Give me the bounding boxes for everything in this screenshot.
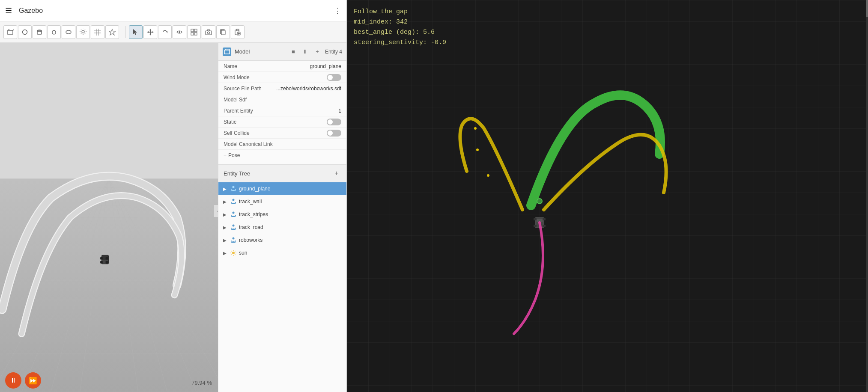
svg-rect-108 [347, 0, 868, 392]
entity-item-roboworks[interactable]: ▶ roboworks [218, 234, 346, 246]
zoom-indicator: 79.94 % [191, 380, 212, 386]
entity-item-track-road[interactable]: ▶ track_road [218, 221, 346, 234]
wind-mode-toggle[interactable] [327, 74, 341, 81]
svg-point-8 [82, 30, 84, 33]
svg-marker-28 [152, 31, 154, 33]
prop-label-canonical-link: Model Canonical Link [224, 141, 341, 147]
toolbar-select-btn[interactable] [129, 25, 143, 39]
collapse-panel-button[interactable]: ‹ [214, 205, 218, 217]
terminal-line-display-2: mid_index: 342 [354, 17, 446, 27]
prop-label-self-collide: Self Collide [224, 130, 327, 136]
gazebo-panel: ☰ Gazebo ⋮ [0, 0, 347, 392]
entity-chevron-ground-plane: ▶ [222, 186, 228, 192]
svg-marker-21 [109, 29, 116, 35]
entity-tree-label: Entity Tree [224, 170, 250, 177]
scrollbar[interactable] [866, 0, 868, 392]
toolbar-copy-btn[interactable] [216, 25, 230, 39]
toolbar-sphere-btn[interactable] [18, 25, 32, 39]
terminal-line-display-4: steering_sentivity: -0.9 [354, 38, 446, 48]
toolbar-light-btn[interactable] [76, 25, 90, 39]
entity-name-track-stripes: track_stripes [239, 211, 268, 217]
hamburger-menu-icon[interactable]: ☰ [5, 6, 12, 15]
model-icon [223, 48, 231, 56]
viz-background [347, 0, 868, 392]
entity-name-track-road: track_road [239, 224, 263, 230]
entity-item-track-stripes[interactable]: ▶ track_stripes [218, 208, 346, 221]
entity-name-roboworks: roboworks [239, 237, 262, 243]
prop-row-name: Name ground_plane [218, 61, 346, 72]
svg-point-118 [537, 199, 542, 204]
shape-tools-group [3, 25, 119, 39]
toolbar [0, 21, 346, 43]
terminal-overlay: Follow_the_gap mid_index: 342 best_angle… [354, 7, 446, 48]
menu-icon[interactable]: ⋮ [334, 6, 341, 15]
static-toggle[interactable] [327, 119, 341, 125]
prop-label-static: Static [224, 119, 327, 125]
playback-controls: ⏸ ⏩ [5, 372, 41, 389]
svg-point-83 [233, 212, 235, 214]
prop-label-wind-mode: Wind Mode [224, 74, 327, 80]
svg-rect-34 [194, 33, 197, 35]
svg-rect-37 [221, 30, 225, 35]
pause-button[interactable]: ⏸ [5, 372, 21, 389]
properties-table: Name ground_plane Wind Mode Source File … [218, 61, 346, 161]
prop-row-self-collide: Self Collide [218, 128, 346, 139]
action-tools-group [129, 25, 245, 39]
entity-chevron-roboworks: ▶ [222, 237, 228, 243]
toolbar-ellipse-btn[interactable] [62, 25, 75, 39]
prop-row-model-sdf: Model Sdf [218, 94, 346, 105]
toolbar-grid-btn[interactable] [91, 25, 104, 39]
svg-line-106 [231, 255, 232, 255]
scrollbar-thumb[interactable] [866, 0, 868, 17]
svg-rect-111 [543, 218, 546, 220]
sun-icon [230, 249, 237, 257]
toolbar-grid2-btn[interactable] [187, 25, 201, 39]
svg-rect-72 [224, 50, 230, 54]
prop-row-wind-mode: Wind Mode [218, 72, 346, 83]
svg-point-7 [66, 30, 71, 34]
3d-viewport[interactable]: ⏸ ⏩ 79.94 % ‹ [0, 43, 218, 392]
toolbar-rotate-btn[interactable] [158, 25, 172, 39]
model-pause-btn[interactable]: ⏸ [301, 48, 310, 56]
model-add-btn[interactable]: + [313, 48, 322, 56]
toolbar-star-btn[interactable] [105, 25, 119, 39]
prop-label-source-file: Source File Path [224, 86, 276, 92]
prop-row-source-file: Source File Path ...zebo/worlds/robowork… [218, 83, 346, 94]
svg-point-117 [474, 127, 477, 130]
fast-forward-button[interactable]: ⏩ [25, 372, 41, 389]
pose-label[interactable]: Pose [228, 152, 240, 158]
toolbar-camera-btn[interactable] [202, 25, 215, 39]
terminal-line-display-1: Follow_the_gap [354, 7, 446, 17]
pose-expand-icon[interactable]: + [224, 152, 227, 158]
svg-rect-112 [534, 225, 537, 227]
toolbar-cylinder-btn[interactable] [33, 25, 46, 39]
self-collide-toggle[interactable] [327, 130, 341, 137]
entity-tree-add-button[interactable]: + [332, 169, 341, 178]
toolbar-eye-btn[interactable] [173, 25, 186, 39]
entity-person-icon-ground-plane [230, 185, 237, 193]
entity-chevron-track-stripes: ▶ [222, 211, 228, 217]
model-stop-btn[interactable]: ■ [289, 48, 298, 56]
entity-person-icon-track-wall [230, 198, 237, 205]
toolbar-translate-btn[interactable] [143, 25, 157, 39]
svg-point-88 [233, 225, 235, 227]
prop-label-name: Name [224, 63, 310, 69]
prop-row-parent-entity: Parent Entity 1 [218, 105, 346, 116]
svg-rect-110 [534, 218, 537, 220]
svg-point-36 [208, 32, 210, 34]
pose-row: + Pose [218, 150, 346, 161]
entity-item-ground-plane[interactable]: ▶ ground_plane [218, 182, 346, 195]
terminal-panel: Follow_the_gap mid_index: 342 best_angle… [347, 0, 868, 392]
toolbar-box-btn[interactable] [3, 25, 17, 39]
prop-row-static: Static [218, 116, 346, 128]
entity-item-track-wall[interactable]: ▶ track_wall [218, 195, 346, 208]
track-scene-svg [0, 43, 218, 392]
toolbar-capsule-btn[interactable] [47, 25, 61, 39]
prop-value-parent-entity: 1 [338, 108, 341, 114]
svg-point-30 [179, 31, 180, 33]
toolbar-paste-btn[interactable] [231, 25, 245, 39]
entity-item-sun[interactable]: ▶ sun [218, 246, 346, 259]
svg-rect-32 [194, 29, 197, 32]
titlebar: ☰ Gazebo ⋮ [0, 0, 346, 21]
entity-name-track-wall: track_wall [239, 199, 262, 205]
